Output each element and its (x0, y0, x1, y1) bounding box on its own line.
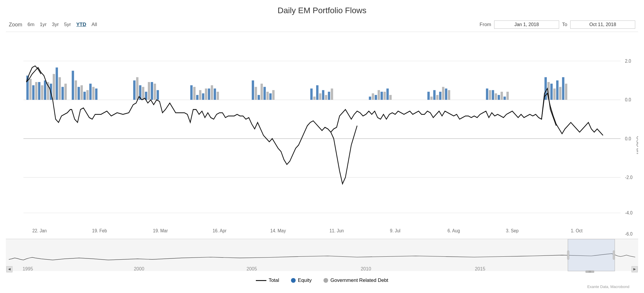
svg-rect-66 (258, 95, 260, 100)
svg-rect-84 (381, 92, 383, 100)
zoom-controls: Zoom 6m 1yr 3yr 5yr YTD All (9, 21, 99, 28)
svg-text:0.0: 0.0 (625, 97, 631, 103)
svg-rect-39 (80, 85, 83, 100)
legend-debt-dot (323, 278, 328, 283)
svg-rect-106 (550, 84, 553, 100)
svg-rect-98 (492, 90, 494, 100)
to-date-input[interactable] (570, 21, 635, 29)
svg-rect-55 (193, 87, 196, 100)
svg-rect-70 (269, 93, 272, 100)
svg-text:16. Apr: 16. Apr (213, 228, 227, 233)
main-chart: 2.0 0.0 0.0 -2.0 -4.0 -6.0 USD bn 22. Ja… (6, 32, 638, 239)
zoom-1yr[interactable]: 1yr (38, 21, 49, 28)
svg-rect-114 (567, 251, 569, 260)
svg-rect-46 (136, 77, 138, 100)
svg-rect-79 (331, 88, 333, 100)
svg-rect-69 (266, 92, 269, 100)
svg-rect-50 (148, 82, 150, 100)
svg-text:USD bn: USD bn (636, 136, 638, 154)
svg-rect-72 (310, 88, 313, 100)
svg-rect-112 (6, 239, 638, 271)
to-label: To (562, 22, 567, 28)
svg-rect-40 (83, 92, 86, 100)
svg-rect-80 (369, 97, 371, 100)
svg-text:1995: 1995 (23, 266, 33, 271)
legend-total: Total (256, 277, 279, 283)
svg-rect-81 (372, 93, 374, 100)
svg-rect-88 (427, 92, 430, 100)
svg-rect-96 (486, 88, 488, 100)
svg-rect-36 (72, 71, 74, 100)
svg-text:►: ► (633, 267, 637, 271)
svg-rect-108 (556, 80, 559, 100)
svg-text:-2.0: -2.0 (625, 175, 633, 180)
svg-rect-85 (383, 92, 386, 100)
legend: Total Equity Government Related Debt (6, 274, 638, 285)
svg-rect-93 (442, 87, 444, 100)
svg-rect-109 (559, 87, 561, 100)
svg-text:2005: 2005 (246, 266, 257, 271)
svg-rect-57 (199, 90, 201, 100)
zoom-all[interactable]: All (90, 21, 99, 28)
svg-rect-48 (142, 87, 144, 100)
svg-text:2.0: 2.0 (625, 58, 631, 64)
svg-text:0.0: 0.0 (625, 136, 631, 141)
svg-text:2015: 2015 (475, 266, 485, 271)
svg-rect-35 (64, 84, 67, 100)
zoom-ytd[interactable]: YTD (75, 21, 88, 28)
svg-rect-95 (448, 90, 450, 100)
from-label: From (479, 22, 491, 28)
svg-rect-71 (272, 90, 275, 100)
svg-text:22. Jan: 22. Jan (32, 228, 47, 233)
svg-rect-74 (316, 85, 318, 100)
svg-text:2000: 2000 (134, 266, 144, 271)
from-date-input[interactable] (494, 21, 559, 29)
zoom-6m[interactable]: 6m (26, 21, 36, 28)
svg-rect-28 (44, 80, 46, 100)
svg-rect-31 (53, 74, 55, 100)
svg-rect-23 (29, 79, 32, 100)
svg-text:2010: 2010 (361, 266, 371, 271)
svg-text:◄: ◄ (7, 267, 11, 271)
svg-rect-86 (386, 88, 389, 100)
svg-rect-92 (439, 92, 441, 100)
svg-rect-90 (433, 90, 436, 100)
chart-area: 2.0 0.0 0.0 -2.0 -4.0 -6.0 USD bn 22. Ja… (6, 32, 638, 290)
svg-rect-97 (489, 90, 491, 100)
svg-rect-59 (205, 88, 207, 100)
svg-rect-68 (263, 87, 266, 100)
attribution: Exante Data, Macrobond (6, 285, 638, 290)
svg-rect-111 (565, 84, 567, 100)
zoom-label: Zoom (9, 22, 22, 28)
svg-rect-33 (59, 77, 61, 100)
svg-rect-83 (378, 90, 380, 100)
svg-rect-56 (196, 95, 198, 100)
zoom-3yr[interactable]: 3yr (50, 21, 61, 28)
svg-rect-60 (208, 88, 210, 100)
svg-rect-73 (313, 97, 316, 100)
svg-text:III: III (589, 270, 591, 273)
svg-rect-52 (154, 84, 156, 100)
svg-rect-91 (436, 95, 439, 100)
svg-rect-100 (498, 95, 500, 100)
legend-equity-label: Equity (298, 277, 312, 283)
svg-rect-103 (506, 92, 509, 100)
svg-text:3. Sep: 3. Sep (506, 228, 519, 233)
zoom-5yr[interactable]: 5yr (62, 21, 73, 28)
legend-equity: Equity (291, 277, 312, 283)
svg-rect-25 (35, 82, 37, 100)
svg-text:-4.0: -4.0 (625, 210, 633, 216)
svg-rect-58 (202, 93, 204, 100)
svg-rect-99 (495, 93, 497, 100)
svg-rect-37 (75, 80, 77, 100)
svg-text:19. Mar: 19. Mar (153, 228, 168, 233)
legend-total-line (256, 280, 266, 281)
svg-rect-34 (61, 87, 64, 100)
svg-text:6. Aug: 6. Aug (448, 228, 460, 233)
svg-text:14. May: 14. May (270, 228, 286, 233)
svg-rect-101 (501, 92, 503, 100)
svg-rect-82 (375, 95, 377, 100)
svg-text:9. Jul: 9. Jul (390, 228, 400, 233)
svg-rect-102 (503, 97, 506, 100)
svg-text:1. Oct: 1. Oct (571, 228, 583, 233)
